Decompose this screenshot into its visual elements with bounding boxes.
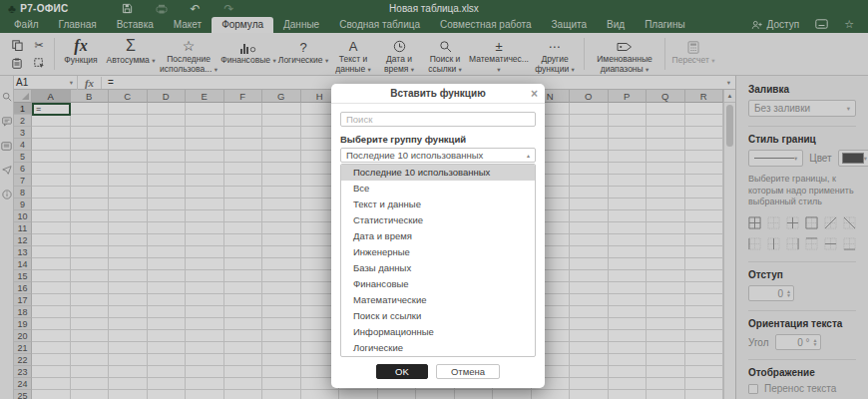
group-list-item-12[interactable]: Логические	[341, 340, 535, 356]
insert-function-dialog: Вставить функцию × Выберите группу функц…	[331, 84, 545, 388]
group-list-item-1[interactable]: Последние 10 использованных	[341, 165, 535, 181]
chevron-up-icon: ▴	[527, 152, 530, 159]
group-list-item-5[interactable]: Дата и время	[341, 228, 535, 244]
dialog-title-bar[interactable]: Вставить функцию ×	[331, 84, 545, 104]
group-select-label: Выберите группу функций	[340, 134, 536, 145]
function-group-combo[interactable]: Последние 10 использованных ▴	[340, 148, 536, 163]
cancel-button[interactable]: Отмена	[436, 364, 500, 379]
group-list-item-9[interactable]: Математические	[341, 292, 535, 308]
close-button[interactable]: ×	[531, 84, 538, 104]
group-list-item-6[interactable]: Инженерные	[341, 244, 535, 260]
group-list-item-2[interactable]: Все	[341, 181, 535, 197]
function-group-list: Последние 10 использованныхВсеТекст и да…	[340, 164, 536, 357]
dialog-title: Вставить функцию	[390, 88, 485, 99]
close-icon: ×	[531, 87, 538, 101]
ok-button[interactable]: OK	[376, 364, 428, 379]
function-search-input[interactable]	[340, 112, 536, 127]
group-list-item-4[interactable]: Статистические	[341, 212, 535, 228]
group-list-item-8[interactable]: Финансовые	[341, 276, 535, 292]
group-list-item-7[interactable]: Базы данных	[341, 260, 535, 276]
group-list-item-10[interactable]: Поиск и ссылки	[341, 308, 535, 324]
combo-value: Последние 10 использованных	[346, 150, 483, 161]
group-list-item-11[interactable]: Информационные	[341, 324, 535, 340]
group-list-item-3[interactable]: Текст и данные	[341, 197, 535, 212]
